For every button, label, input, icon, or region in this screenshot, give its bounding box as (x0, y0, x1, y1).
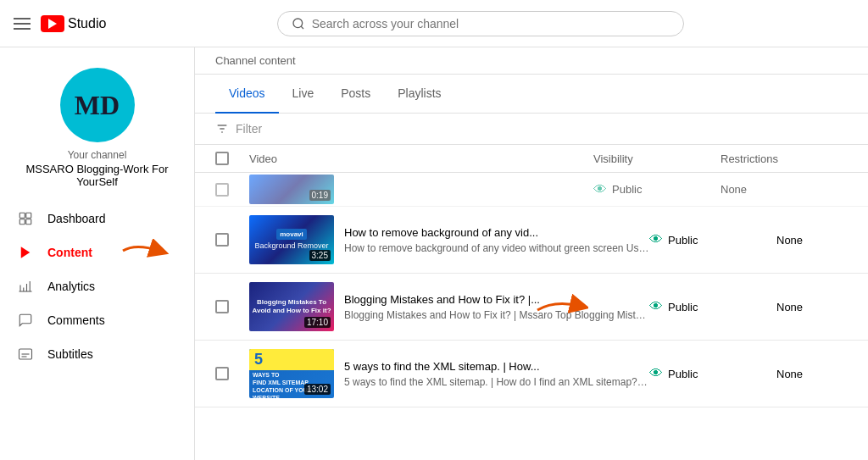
header-restrictions-col: Restrictions (721, 152, 848, 165)
video-cell-3: 5 WAYS TOFIND XML SITEMAPLOCATION OF YOU… (249, 349, 649, 398)
svg-line-1 (301, 26, 303, 29)
restrictions-cell-3: None (776, 368, 868, 380)
svg-marker-6 (21, 247, 31, 258)
thumbnail-wrap-1: movavi Background Remover 3:25 (249, 215, 334, 264)
channel-header-text: Channel content (215, 54, 296, 67)
filter-text: Filter (236, 122, 262, 136)
tab-live[interactable]: Live (279, 75, 328, 114)
studio-label: Studio (68, 16, 106, 31)
row-2-wrapper: Blogging Mistakes To Avoid and How to Fi… (195, 274, 868, 341)
content-icon (17, 244, 34, 261)
visibility-cell-2: 👁 Public (649, 299, 776, 314)
video-cell-0: 0:19 (249, 175, 593, 204)
search-bar (106, 11, 854, 36)
header: Studio (0, 0, 868, 47)
video-title-2: Blogging Mistakes and How to Fix it? |..… (344, 293, 649, 306)
header-video-col: Video (249, 152, 593, 165)
restrictions-cell-2: None (776, 301, 868, 313)
thumbnail-wrap-2: Blogging Mistakes To Avoid and How to Fi… (249, 282, 334, 331)
video-cell-1: movavi Background Remover 3:25 How to re… (249, 215, 649, 264)
visibility-value-2: Public (668, 301, 698, 313)
content-area: Channel content Videos Live Posts Playli… (195, 47, 868, 460)
sidebar-item-subtitles[interactable]: Subtitles (0, 337, 194, 371)
visibility-cell-1: 👁 Public (649, 232, 776, 247)
your-channel-label: Your channel (68, 149, 127, 161)
analytics-label: Analytics (47, 280, 95, 293)
channel-avatar: MD (60, 68, 135, 142)
comments-label: Comments (47, 313, 105, 327)
filter-icon (215, 122, 229, 136)
eye-icon-0: 👁 (593, 182, 607, 197)
tab-playlists[interactable]: Playlists (384, 75, 454, 114)
youtube-icon (41, 15, 64, 32)
eye-icon-3: 👁 (649, 366, 663, 381)
sidebar-item-dashboard[interactable]: Dashboard (0, 202, 194, 236)
eye-icon-2: 👁 (649, 299, 663, 314)
row-checkbox-0[interactable] (215, 183, 229, 197)
main-layout: MD Your channel MSSARO Blogging-Work For… (0, 47, 868, 460)
channel-name: MSSARO Blogging-Work For YourSelf (7, 163, 187, 188)
row-check-3 (215, 367, 249, 380)
row-check-0 (215, 183, 249, 197)
video-desc-3: 5 ways to find the XML sitemap. | How do… (344, 376, 649, 388)
sidebar-item-comments[interactable]: Comments (0, 303, 194, 337)
thumbnail-wrap-0: 0:19 (249, 175, 334, 204)
video-info-3: 5 ways to find the XML sitemap. | How...… (344, 360, 649, 388)
header-left: Studio (14, 15, 106, 32)
row-checkbox-2[interactable] (215, 300, 229, 313)
table-row: movavi Background Remover 3:25 How to re… (195, 207, 868, 274)
video-info-1: How to remove background of any vid... H… (344, 226, 649, 254)
eye-icon-1: 👁 (649, 232, 663, 247)
sidebar-item-content[interactable]: Content (0, 236, 194, 269)
restrictions-cell-0: None (721, 183, 848, 196)
subtitles-label: Subtitles (47, 347, 93, 361)
youtube-play-triangle (48, 19, 57, 29)
channel-section: MD Your channel MSSARO Blogging-Work For… (0, 54, 194, 202)
duration-badge-0: 0:19 (309, 190, 331, 201)
youtube-studio-logo: Studio (41, 15, 106, 32)
visibility-value-0: Public (612, 183, 642, 196)
svg-rect-5 (26, 219, 31, 224)
subtitles-icon (17, 346, 34, 363)
svg-point-0 (293, 19, 303, 28)
visibility-value-3: Public (668, 368, 698, 380)
row-checkbox-3[interactable] (215, 367, 229, 380)
visibility-value-1: Public (668, 234, 698, 247)
content-nav-wrapper: Content (0, 236, 194, 269)
filter-row: Filter (195, 114, 868, 145)
header-check-col (215, 152, 249, 165)
visibility-cell-0: 👁 Public (593, 182, 721, 197)
table-row: 0:19 👁 Public None (195, 173, 868, 207)
svg-rect-4 (19, 219, 25, 224)
sidebar: MD Your channel MSSARO Blogging-Work For… (0, 47, 195, 460)
tabs-bar: Videos Live Posts Playlists (195, 75, 868, 114)
tab-videos[interactable]: Videos (215, 75, 279, 114)
content-label: Content (47, 246, 92, 259)
table-row: 5 WAYS TOFIND XML SITEMAPLOCATION OF YOU… (195, 341, 868, 407)
tab-posts[interactable]: Posts (327, 75, 384, 114)
search-input[interactable] (312, 17, 670, 30)
svg-rect-3 (26, 213, 31, 218)
hamburger-icon[interactable] (14, 18, 31, 30)
sidebar-item-analytics[interactable]: Analytics (0, 269, 194, 303)
duration-badge-1: 3:25 (309, 250, 331, 261)
search-input-wrap[interactable] (277, 11, 684, 36)
visibility-cell-3: 👁 Public (649, 366, 776, 381)
table-row: Blogging Mistakes To Avoid and How to Fi… (195, 274, 868, 341)
thumbnail-wrap-3: 5 WAYS TOFIND XML SITEMAPLOCATION OF YOU… (249, 349, 334, 398)
dashboard-icon (17, 210, 34, 227)
row-checkbox-1[interactable] (215, 233, 229, 247)
table-header: Video Visibility Restrictions (195, 145, 868, 173)
search-icon (292, 17, 305, 30)
duration-badge-2: 17:10 (304, 317, 331, 328)
comments-icon (17, 312, 34, 329)
row-check-1 (215, 233, 249, 247)
dashboard-label: Dashboard (47, 212, 106, 225)
select-all-checkbox[interactable] (215, 152, 229, 165)
video-info-2: Blogging Mistakes and How to Fix it? |..… (344, 293, 649, 321)
video-cell-2: Blogging Mistakes To Avoid and How to Fi… (249, 282, 649, 331)
row-check-2 (215, 300, 249, 313)
duration-badge-3: 13:02 (304, 384, 331, 395)
analytics-icon (17, 278, 34, 295)
video-desc-1: How to remove background of any video wi… (344, 242, 649, 254)
